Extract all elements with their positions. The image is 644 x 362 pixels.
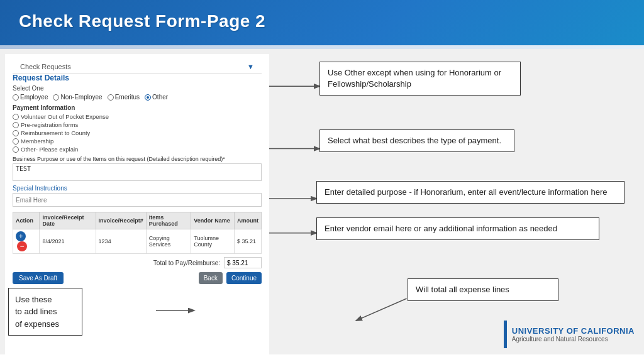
radio-employee-label: Employee — [20, 94, 48, 101]
uc-text: UNIVERSITY OF CALIFORNIA Agriculture and… — [512, 326, 635, 343]
payment-reimbursement[interactable]: Reimbursement to County — [13, 129, 262, 136]
bottom-buttons: Save As Draft Back Continue — [13, 272, 262, 284]
remove-row-button[interactable]: − — [17, 241, 27, 251]
radio-employee[interactable]: Employee — [13, 94, 48, 101]
radio-emeritus[interactable]: Emeritus — [108, 94, 140, 101]
col-amount: Amount — [234, 212, 261, 229]
amount-cell: $ 35.21 — [234, 229, 261, 254]
business-purpose-label: Business Purpose or use of the Items on … — [13, 156, 262, 162]
payment-other[interactable]: Other- Please explain — [13, 146, 262, 153]
check-requests-bar: Check Requests ▼ — [13, 60, 262, 74]
col-action: Action — [13, 212, 40, 229]
receipt-num-cell: 1234 — [96, 229, 146, 254]
total-label: Total to Pay/Reimburse: — [153, 260, 220, 266]
total-input — [224, 257, 262, 268]
payment-volunteer-circle — [13, 114, 19, 120]
uc-bar — [504, 321, 507, 348]
page-title: Check Request Form-Page 2 — [19, 11, 625, 31]
add-row-button[interactable]: + — [16, 231, 26, 241]
radio-nonemployee-label: Non-Employee — [60, 94, 102, 101]
business-purpose-callout-text: Enter detailed purpose - if Honorarium, … — [325, 187, 607, 197]
payment-membership-label: Membership — [21, 138, 53, 145]
special-instructions-input[interactable] — [13, 193, 262, 207]
radio-emeritus-circle — [108, 94, 114, 101]
nav-buttons: Back Continue — [199, 272, 262, 284]
payment-preregistration-label: Pre-registration forms — [21, 121, 78, 128]
radio-other-label: Other — [152, 94, 168, 101]
items-cell: Copying Services — [146, 229, 191, 254]
payment-volunteer[interactable]: Volunteer Out of Pocket Expense — [13, 113, 262, 120]
radio-employee-circle — [13, 94, 19, 101]
payment-reimbursement-circle — [13, 130, 19, 136]
payment-type-callout-text: Select what best describes the type of p… — [328, 136, 501, 145]
payment-reimbursement-label: Reimbursement to County — [21, 129, 90, 136]
total-callout-text: Will total all expense lines — [416, 285, 509, 294]
callout-area: Use Other except when using for Honorari… — [269, 49, 644, 354]
radio-group: Employee Non-Employee Emeritus Other — [13, 94, 262, 101]
check-requests-icon: ▼ — [247, 63, 254, 70]
radio-nonemployee[interactable]: Non-Employee — [53, 94, 102, 101]
payment-preregistration[interactable]: Pre-registration forms — [13, 121, 262, 128]
radio-nonemployee-circle — [53, 94, 59, 101]
table-row: + − 8/4/2021 1234 Copying Services Tuolu… — [13, 229, 262, 254]
save-draft-button[interactable]: Save As Draft — [13, 272, 64, 284]
back-button[interactable]: Back — [199, 272, 223, 284]
uc-subtitle: Agriculture and Natural Resources — [512, 336, 635, 343]
special-instructions-callout: Enter vendor email here or any additiona… — [316, 217, 599, 240]
radio-other-circle — [145, 94, 151, 101]
payment-volunteer-label: Volunteer Out of Pocket Expense — [21, 113, 109, 120]
total-row: Total to Pay/Reimburse: — [13, 257, 262, 268]
use-these-callout: Use these to add lines of expenses — [8, 288, 82, 336]
select-one-label: Select One — [13, 85, 262, 92]
expense-table: Action Invoice/Receipt Date Invoice/Rece… — [13, 212, 262, 254]
main-content: Check Requests ▼ Request Details Select … — [0, 49, 644, 354]
honorarium-callout-text: Use Other except when using for Honorari… — [328, 68, 501, 89]
payment-membership[interactable]: Membership — [13, 138, 262, 145]
col-receipt: Invoice/Receipt# — [96, 212, 146, 229]
payment-preregistration-circle — [13, 122, 19, 128]
col-vendor: Vendor Name — [191, 212, 235, 229]
continue-button[interactable]: Continue — [226, 272, 262, 284]
total-callout: Will total all expense lines — [408, 278, 558, 301]
col-items: Items Purchased — [146, 212, 191, 229]
business-purpose-callout: Enter detailed purpose - if Honorarium, … — [316, 181, 625, 204]
header: Check Request Form-Page 2 — [0, 0, 644, 45]
use-these-text: Use these to add lines of expenses — [15, 295, 59, 329]
payment-type-callout: Select what best describes the type of p… — [319, 129, 514, 152]
payment-options: Volunteer Out of Pocket Expense Pre-regi… — [13, 113, 262, 153]
radio-emeritus-label: Emeritus — [115, 94, 140, 101]
uc-logo-area: UNIVERSITY OF CALIFORNIA Agriculture and… — [504, 321, 635, 348]
payment-other-label: Other- Please explain — [21, 146, 78, 153]
date-cell: 8/4/2021 — [40, 229, 96, 254]
radio-other[interactable]: Other — [145, 94, 168, 101]
uc-title: UNIVERSITY OF CALIFORNIA — [512, 326, 635, 336]
special-instructions-callout-text: Enter vendor email here or any additiona… — [325, 224, 557, 233]
business-purpose-input[interactable]: TEST — [13, 163, 262, 181]
payment-membership-circle — [13, 138, 19, 145]
honorarium-callout: Use Other except when using for Honorari… — [319, 62, 521, 96]
payment-other-circle — [13, 146, 19, 153]
request-details-title: Request Details — [13, 74, 262, 82]
special-instructions-label: Special Instructions — [13, 185, 262, 192]
svg-line-4 — [357, 299, 406, 321]
payment-info-title: Payment Information — [13, 104, 262, 111]
action-cell: + − — [13, 229, 40, 254]
col-date: Invoice/Receipt Date — [40, 212, 96, 229]
vendor-cell: Tuolumne County — [191, 229, 235, 254]
check-requests-label: Check Requests — [20, 63, 71, 70]
